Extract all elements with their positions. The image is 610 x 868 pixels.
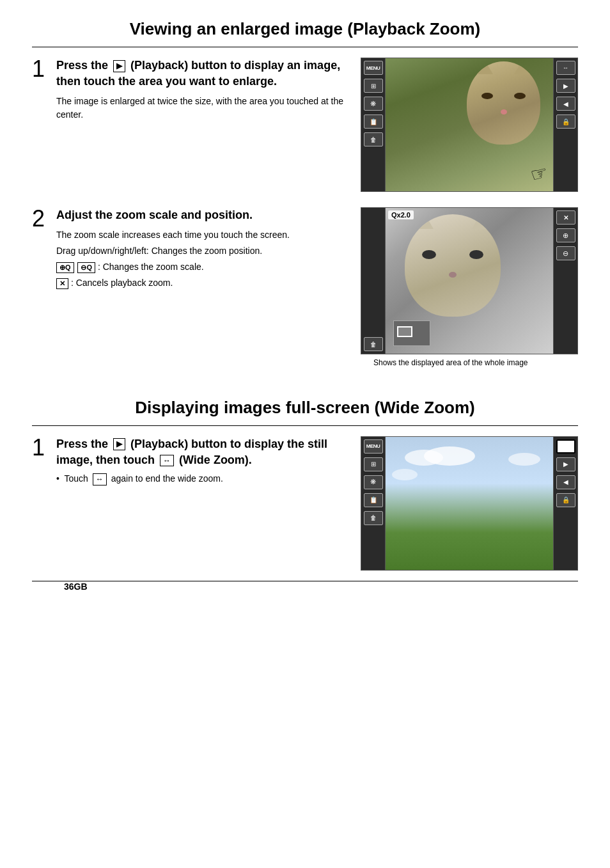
- menu-button-1[interactable]: MENU: [364, 61, 383, 75]
- zoom-out-button[interactable]: ⊖: [556, 246, 575, 260]
- delete-button-3[interactable]: 🗑: [364, 511, 383, 525]
- camera-ui-3: MENU ⊞ ❋ 📋 🗑: [361, 436, 578, 571]
- section2-step1-left: 1 Press the ▶ (Playback) button to displ…: [32, 436, 348, 485]
- folder-button-3[interactable]: 📋: [364, 493, 383, 507]
- prev-button-3[interactable]: ◀: [556, 475, 575, 489]
- section2-step1-row: 1 Press the ▶ (Playback) button to displ…: [32, 436, 578, 571]
- step2-number: 2: [32, 207, 51, 230]
- delete-button-2[interactable]: 🗑: [364, 337, 383, 351]
- step1-image: MENU ⊞ ❋ 📋 🗑: [361, 58, 578, 192]
- main-image-2: Qx2.0: [386, 208, 553, 354]
- section2-press-the: Press the: [56, 438, 108, 450]
- section2-title: Displaying images full-screen (Wide Zoom…: [32, 398, 578, 418]
- step1-desc1: The image is enlarged at twice the size,…: [56, 95, 348, 122]
- left-bar-3: MENU ⊞ ❋ 📋 🗑: [361, 437, 386, 570]
- camera-ui-2: 🗑 Qx2.0: [361, 207, 578, 354]
- minimap: [393, 320, 430, 346]
- zoom-in-icon: ⊕Q: [56, 262, 74, 273]
- right-bar-1: ↔ ▶ ◀ 🔒: [553, 58, 577, 191]
- menu-button-3[interactable]: MENU: [364, 439, 383, 454]
- playback-button-icon: ▶: [113, 60, 125, 72]
- section1-title: Viewing an enlarged image (Playback Zoom…: [32, 19, 578, 39]
- step2-heading: Adjust the zoom scale and position.: [56, 207, 348, 223]
- section1: 1 Press the ▶ (Playback) button to displ…: [32, 47, 578, 379]
- section2-bullet-post: again to end the wide zoom.: [111, 473, 223, 484]
- cancel-zoom-button[interactable]: ✕: [556, 210, 575, 225]
- step1-content: Press the ▶ (Playback) button to display…: [56, 58, 348, 122]
- wide-zoom-icon-bullet: ↔: [93, 473, 107, 485]
- right-bar-3: ↔ ▶ ◀ 🔒: [553, 437, 577, 570]
- section2-step1-content: Press the ▶ (Playback) button to display…: [56, 436, 348, 485]
- zoom-out-icon: ⊖Q: [77, 262, 95, 273]
- grid-button-1[interactable]: ⊞: [364, 79, 383, 93]
- minimap-viewport: [397, 326, 412, 337]
- step1-number: 1: [32, 58, 51, 81]
- face-button-1[interactable]: ❋: [364, 97, 383, 111]
- folder-button-1[interactable]: 📋: [364, 114, 383, 129]
- main-image-3: [386, 437, 553, 570]
- section2-heading-post: (Wide Zoom).: [179, 454, 252, 466]
- grid-button-3[interactable]: ⊞: [364, 457, 383, 471]
- step1-left: 1 Press the ▶ (Playback) button to displ…: [32, 58, 348, 122]
- step2-desc4: ✕ : Cancels playback zoom.: [56, 276, 348, 290]
- section2-step1-number: 1: [32, 436, 51, 459]
- shows-label: Shows the displayed area of the whole im…: [361, 358, 578, 368]
- step2-desc2: Drag up/down/right/left: Changes the zoo…: [56, 244, 348, 258]
- next-button-3[interactable]: ▶: [556, 457, 575, 471]
- step2-row: 2 Adjust the zoom scale and position. Th…: [32, 207, 578, 368]
- wide-zoom-button-1[interactable]: ↔: [556, 61, 575, 75]
- lock-button-3[interactable]: 🔒: [556, 493, 575, 507]
- face-button-3[interactable]: ❋: [364, 475, 383, 489]
- step1-heading: Press the ▶ (Playback) button to display…: [56, 58, 348, 90]
- wide-zoom-button-3[interactable]: ↔: [556, 439, 575, 454]
- delete-button-1[interactable]: 🗑: [364, 132, 383, 146]
- step2-zoom-label: : Changes the zoom scale.: [98, 262, 204, 272]
- step2-image-area: 🗑 Qx2.0: [361, 207, 578, 368]
- step2-desc1: The zoom scale increases each time you t…: [56, 228, 348, 242]
- section2-step1-image: MENU ⊞ ❋ 📋 🗑: [361, 436, 578, 571]
- next-button-1[interactable]: ▶: [556, 79, 575, 93]
- prev-button-1[interactable]: ◀: [556, 97, 575, 111]
- step2-cancel-label: : Cancels playback zoom.: [71, 278, 173, 288]
- lock-button-1[interactable]: 🔒: [556, 114, 575, 129]
- right-bar-2: ✕ ⊕ ⊖: [553, 208, 577, 354]
- playback-button-icon-2: ▶: [113, 438, 125, 450]
- main-image-1: ☞: [386, 58, 553, 191]
- step1-row: 1 Press the ▶ (Playback) button to displ…: [32, 58, 578, 192]
- zoom-in-button[interactable]: ⊕: [556, 228, 575, 242]
- step2-left: 2 Adjust the zoom scale and position. Th…: [32, 207, 348, 290]
- step2-desc3: ⊕Q ⊖Q : Changes the zoom scale.: [56, 260, 348, 274]
- page-number: 36GB: [64, 581, 610, 592]
- left-bar-2: 🗑: [361, 208, 386, 354]
- section2-step1-heading: Press the ▶ (Playback) button to display…: [56, 436, 348, 468]
- section2-bullet: • Touch ↔ again to end the wide zoom.: [56, 473, 348, 485]
- wide-zoom-icon-heading: ↔: [160, 455, 174, 467]
- touch-hand-icon: ☞: [528, 161, 551, 187]
- section2-touch-label: Touch: [65, 473, 88, 484]
- cancel-zoom-icon: ✕: [56, 278, 68, 289]
- left-bar-1: MENU ⊞ ❋ 📋 🗑: [361, 58, 386, 191]
- step2-content: Adjust the zoom scale and position. The …: [56, 207, 348, 290]
- step1-press-the: Press the: [56, 59, 108, 72]
- camera-ui-1: MENU ⊞ ❋ 📋 🗑: [361, 58, 578, 192]
- section2: 1 Press the ▶ (Playback) button to displ…: [32, 425, 578, 581]
